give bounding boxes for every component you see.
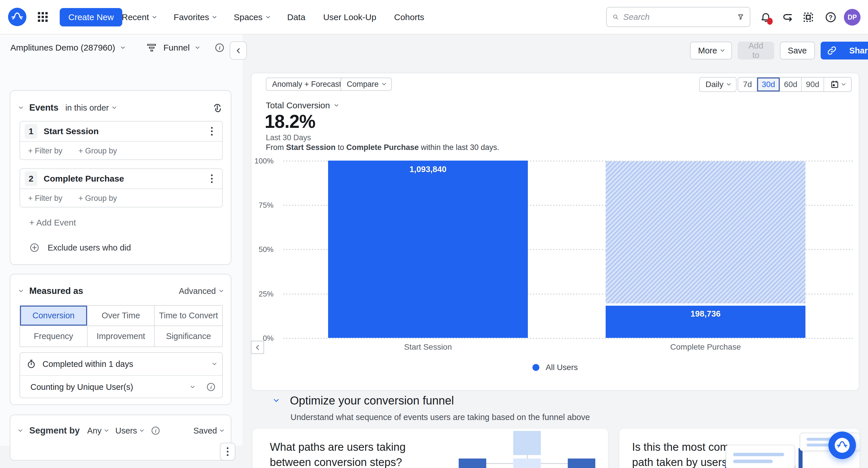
nav-item-recent[interactable]: Recent <box>122 12 156 22</box>
insight-card-common-path[interactable]: Is this the most common path taken by us… <box>619 429 859 468</box>
collapse-chevron-icon[interactable] <box>19 288 23 292</box>
tab-conversion[interactable]: Conversion <box>20 306 88 326</box>
experiment-scan-icon[interactable] <box>802 11 815 24</box>
range-60d[interactable]: 60d <box>780 78 801 91</box>
add-to-button[interactable]: Add to <box>738 42 774 59</box>
toolbar-actions: More Add to Save Share <box>690 42 868 59</box>
tab-time-to-convert[interactable]: Time to Convert <box>155 306 222 326</box>
help-icon[interactable]: ? <box>825 11 837 24</box>
svg-text:i: i <box>155 428 157 434</box>
info-icon[interactable]: i <box>151 426 160 436</box>
svg-text:?: ? <box>829 14 832 21</box>
conversion-value: 18.2% <box>265 111 315 132</box>
segment-any-selector[interactable]: Any <box>87 426 108 436</box>
advanced-selector[interactable]: Advanced <box>179 287 223 296</box>
insight-card-paths[interactable]: What paths are users taking between conv… <box>253 429 608 468</box>
plus-circle-icon <box>29 242 40 253</box>
counting-by-selector[interactable]: Counting by Unique User(s) i <box>20 376 222 398</box>
event-step-1[interactable]: 1 Start Session + Filter by + Group by <box>20 121 223 160</box>
segment-by-title: Segment by <box>29 426 80 436</box>
funnel-chart-icon <box>147 44 156 52</box>
kebab-menu-icon[interactable] <box>206 125 218 138</box>
sidebar-collapse-button[interactable] <box>229 41 247 60</box>
filter-by-link[interactable]: + Filter by <box>28 194 62 203</box>
bar-value-label: 198,736 <box>606 309 805 319</box>
chevron-down-icon <box>195 45 199 49</box>
range-90d[interactable]: 90d <box>801 78 824 91</box>
kebab-menu-icon[interactable] <box>206 172 218 185</box>
granularity-selector[interactable]: Daily <box>699 77 737 92</box>
legend-all-users[interactable]: All Users <box>251 363 859 372</box>
share-split-button: Share <box>820 42 868 59</box>
chart-panel-collapse-button[interactable] <box>251 341 264 354</box>
nav-item-spaces[interactable]: Spaces <box>234 12 269 22</box>
range-30d[interactable]: 30d <box>756 78 780 91</box>
top-nav: Create New Recent Favorites Spaces Data … <box>0 0 868 34</box>
pathfinder-route-icon[interactable] <box>781 11 794 24</box>
insights-subtitle: Understand what sequence of events users… <box>290 413 590 422</box>
add-event-button[interactable]: + Add Event <box>29 218 76 228</box>
compare-button[interactable]: Compare <box>340 78 392 91</box>
exclude-users-button[interactable]: Exclude users who did <box>29 242 131 253</box>
event-step-2[interactable]: 2 Complete Purchase + Filter by + Group … <box>20 168 223 207</box>
tab-frequency[interactable]: Frequency <box>20 326 88 347</box>
create-new-button[interactable]: Create New <box>60 8 122 26</box>
info-icon[interactable]: i <box>206 382 216 392</box>
event-name[interactable]: Complete Purchase <box>43 174 200 183</box>
tab-significance[interactable]: Significance <box>155 326 222 347</box>
sidebar-more-button[interactable] <box>220 443 236 461</box>
search-box[interactable] <box>606 7 750 27</box>
range-7d[interactable]: 7d <box>738 78 756 91</box>
funnel-plot: 100% 75% 50% 25% 0% 1,093,840 198,736 St… <box>283 160 855 338</box>
events-title: Events <box>29 103 59 113</box>
funnel-bar-complete-purchase[interactable]: 198,736 <box>606 306 805 338</box>
segment-users-selector[interactable]: Users <box>115 426 144 436</box>
x-label-start-session: Start Session <box>328 343 528 352</box>
tab-improvement[interactable]: Improvement <box>88 326 155 347</box>
notification-badge <box>767 18 773 25</box>
copy-link-button[interactable] <box>820 42 843 59</box>
anomaly-forecast-button[interactable]: Anomaly + Forecast <box>266 78 348 91</box>
group-by-link[interactable]: + Group by <box>79 194 117 203</box>
nav-item-favorites[interactable]: Favorites <box>174 12 216 22</box>
metric-selector[interactable]: Total Conversion <box>266 100 338 110</box>
collapse-chevron-icon[interactable] <box>19 428 22 432</box>
project-selector[interactable]: Amplitunes Demo (287960) <box>10 43 115 53</box>
nav-item-data[interactable]: Data <box>287 12 305 22</box>
apps-grid-icon[interactable] <box>38 12 48 22</box>
hand-tap-icon[interactable] <box>212 102 223 113</box>
bar-value-label: 1,093,840 <box>328 165 528 174</box>
group-by-link[interactable]: + Group by <box>79 147 117 155</box>
amplitude-logo-icon[interactable] <box>8 8 26 26</box>
tab-over-time[interactable]: Over Time <box>88 306 155 326</box>
share-button[interactable]: Share <box>843 42 868 59</box>
link-icon <box>827 46 837 55</box>
nav-item-cohorts[interactable]: Cohorts <box>394 12 424 22</box>
left-sidebar: Amplitunes Demo (287960) Funnel i Events… <box>0 34 243 446</box>
funnel-bar-start-session[interactable]: 1,093,840 <box>328 160 528 338</box>
insights-collapse-chevron[interactable] <box>274 397 279 402</box>
filter-by-link[interactable]: + Filter by <box>28 147 62 155</box>
filter-funnel-icon[interactable] <box>737 12 744 22</box>
measure-tabs: Conversion Over Time Time to Convert Fre… <box>20 305 223 347</box>
custom-date-button[interactable] <box>824 78 851 91</box>
nav-item-user-lookup[interactable]: User Look-Up <box>323 12 376 22</box>
chart-type-selector[interactable]: Funnel <box>163 43 190 53</box>
notifications-bell-icon[interactable] <box>760 11 772 24</box>
segment-saved-selector[interactable]: Saved <box>193 426 223 436</box>
chevron-down-icon <box>191 384 195 388</box>
info-icon[interactable]: i <box>214 42 225 53</box>
svg-text:i: i <box>219 45 220 51</box>
conversion-window-selector[interactable]: Completed within 1 days <box>20 353 222 375</box>
chevron-down-icon <box>212 14 216 19</box>
user-avatar[interactable]: DP <box>844 9 861 26</box>
date-range-bar: 7d 30d 60d 90d <box>738 77 851 92</box>
search-input[interactable] <box>623 12 733 22</box>
save-button[interactable]: Save <box>780 42 815 59</box>
event-order-selector[interactable]: in this order <box>65 103 116 113</box>
more-button[interactable]: More <box>690 42 732 59</box>
funnel-bar-complete-purchase-remainder[interactable] <box>606 161 805 303</box>
collapse-chevron-icon[interactable] <box>19 105 23 109</box>
event-name[interactable]: Start Session <box>43 126 200 136</box>
amplitude-assistant-fab[interactable] <box>828 432 856 459</box>
